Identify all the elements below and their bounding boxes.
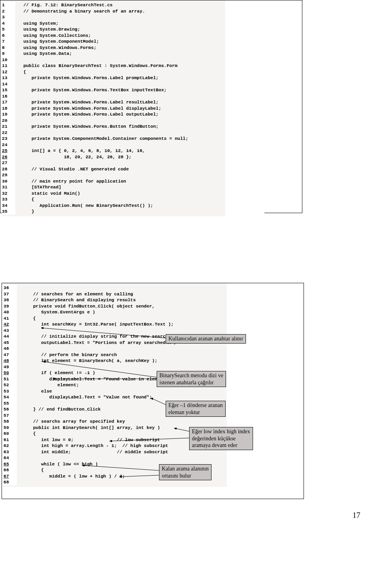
code-listing-1: 1 // Fig. 7.12: BinarySearchTest.cs 2 //… — [2, 0, 264, 216]
annotation-binarysearch-call: BinarySearch metodu dizi ve istenen anah… — [157, 371, 226, 387]
annotation-text: Kullanıcıdan aranan anahtar alınır — [168, 336, 243, 342]
annotation-text: ortasını bulur — [162, 473, 191, 479]
annotation-not-found: Eğer –1 dönderse aranan eleman yoktur — [166, 401, 226, 417]
annotation-middle: Kalan arama alanının ortasını bulur — [159, 464, 212, 480]
annotation-text: istenen anahtarla çağrılır — [159, 380, 213, 385]
code-box-1: 1 // Fig. 7.12: BinarySearchTest.cs 2 //… — [0, 0, 302, 213]
annotation-text: Eğer low index high index — [192, 429, 250, 434]
annotation-text: Kalan arama alanının — [162, 466, 209, 472]
annotation-text: eleman yoktur — [168, 409, 200, 415]
code-box-2: 36 37 // searches for an element by call… — [2, 283, 304, 499]
annotation-text: Eğer –1 dönderse aranan — [168, 402, 223, 408]
page-number: 17 — [0, 499, 376, 524]
annotation-text: BinarySearch metodu dizi ve — [159, 373, 223, 378]
code-listing-2: 36 37 // searches for an element by call… — [4, 283, 266, 487]
annotation-search-key: Kullanıcıdan aranan anahtar alınır — [166, 334, 246, 344]
annotation-text: aramaya devam eder — [192, 442, 237, 448]
annotation-text: değerinden küçükse — [192, 436, 236, 441]
annotation-while: Eğer low index high index değerinden küç… — [189, 427, 253, 450]
